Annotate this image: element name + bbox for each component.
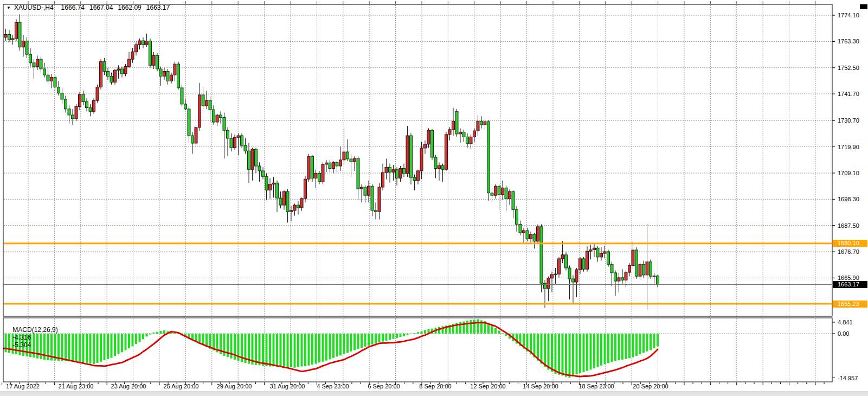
macd-indicator-header: MACD(12,26,9) -4.316 -5.304 bbox=[5, 318, 61, 356]
svg-text:4 Sep 23:00: 4 Sep 23:00 bbox=[317, 383, 349, 389]
close-value: 1663.17 bbox=[146, 4, 170, 11]
svg-text:31 Aug 20:00: 31 Aug 20:00 bbox=[270, 383, 305, 389]
svg-text:21 Aug 23:00: 21 Aug 23:00 bbox=[59, 383, 94, 389]
high-value: 1667.04 bbox=[89, 4, 113, 11]
svg-text:1763.30: 1763.30 bbox=[838, 38, 859, 44]
svg-text:1698.30: 1698.30 bbox=[838, 196, 859, 202]
resistance-price-tag: 1680.10 bbox=[833, 240, 867, 247]
svg-text:29 Aug 20:00: 29 Aug 20:00 bbox=[217, 383, 252, 389]
svg-text:4.841: 4.841 bbox=[838, 319, 853, 325]
svg-text:1709.10: 1709.10 bbox=[838, 170, 859, 176]
svg-text:1687.50: 1687.50 bbox=[838, 222, 859, 229]
svg-text:8 Sep 20:00: 8 Sep 20:00 bbox=[419, 383, 451, 389]
chart-canvas[interactable]: 1774.101763.301752.501741.701730.701719.… bbox=[0, 0, 868, 396]
symbol-timeframe-label: XAUUSD-,H4 bbox=[14, 4, 54, 11]
svg-text:0.00: 0.00 bbox=[838, 330, 849, 337]
svg-text:1730.70: 1730.70 bbox=[838, 117, 859, 124]
svg-text:17 Aug 2022: 17 Aug 2022 bbox=[6, 383, 40, 389]
chart-shift-marker[interactable] bbox=[860, 4, 867, 9]
svg-text:20 Sep 20:00: 20 Sep 20:00 bbox=[633, 383, 668, 389]
support-price-tag: 1655.23 bbox=[833, 301, 867, 308]
svg-text:-14.957: -14.957 bbox=[838, 375, 858, 381]
svg-text:23 Aug 20:00: 23 Aug 20:00 bbox=[111, 383, 146, 389]
macd-label: MACD(12,26,9) bbox=[12, 326, 57, 334]
symbol-ohlc-header: ▼ XAUUSD-,H4 1666.74 1667.04 1662.09 166… bbox=[7, 3, 175, 12]
low-value: 1662.09 bbox=[118, 4, 141, 11]
mt4-chart-window: 1774.101763.301752.501741.701730.701719.… bbox=[0, 0, 868, 396]
svg-text:6 Sep 20:00: 6 Sep 20:00 bbox=[368, 383, 400, 389]
svg-text:1676.70: 1676.70 bbox=[838, 248, 859, 255]
svg-text:18 Sep 23:00: 18 Sep 23:00 bbox=[578, 383, 614, 389]
macd-main-value: -4.316 bbox=[12, 334, 31, 341]
bottom-strip bbox=[0, 392, 868, 396]
svg-text:1665.90: 1665.90 bbox=[838, 274, 859, 281]
current-price-tag: 1663.17 bbox=[833, 281, 867, 288]
svg-text:1741.70: 1741.70 bbox=[838, 91, 859, 97]
macd-signal-value: -5.304 bbox=[12, 341, 31, 349]
svg-text:1719.90: 1719.90 bbox=[838, 144, 859, 150]
collapse-arrow-icon[interactable]: ▼ bbox=[7, 5, 11, 10]
svg-text:25 Aug 20:00: 25 Aug 20:00 bbox=[164, 383, 199, 389]
svg-text:14 Sep 20:00: 14 Sep 20:00 bbox=[523, 383, 558, 389]
svg-text:1752.50: 1752.50 bbox=[838, 65, 859, 71]
open-value: 1666.74 bbox=[61, 4, 85, 11]
svg-text:1774.10: 1774.10 bbox=[838, 12, 859, 18]
svg-text:12 Sep 20:00: 12 Sep 20:00 bbox=[470, 383, 505, 389]
